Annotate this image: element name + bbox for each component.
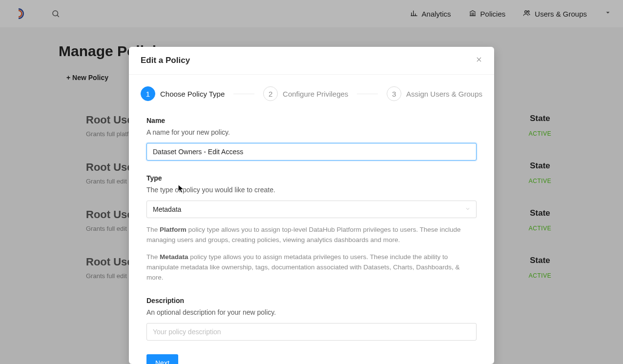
type-section: Type The type of policy you would like t… (141, 174, 482, 283)
step-number: 3 (387, 86, 401, 101)
platform-type-note: The Platform policy type allows you to a… (146, 225, 477, 245)
close-icon[interactable] (476, 56, 482, 65)
policy-type-selected: Metadata (153, 205, 181, 213)
wizard-steps: 1 Choose Policy Type 2 Configure Privile… (141, 86, 482, 101)
description-section: Description An optional description for … (141, 297, 482, 341)
type-label: Type (146, 174, 477, 182)
step-choose-type[interactable]: 1 Choose Policy Type (141, 86, 225, 101)
name-section: Name A name for your new policy. (141, 117, 482, 161)
description-label: Description (146, 297, 477, 304)
modal-body: 1 Choose Policy Type 2 Configure Privile… (129, 75, 494, 364)
step-configure-privileges[interactable]: 2 Configure Privileges (263, 86, 348, 101)
step-number: 2 (263, 86, 278, 101)
name-label: Name (146, 117, 477, 124)
step-label: Choose Policy Type (160, 90, 225, 98)
next-button[interactable]: Next (146, 354, 178, 364)
step-assign-users[interactable]: 3 Assign Users & Groups (387, 86, 482, 101)
modal-title: Edit a Policy (141, 56, 190, 65)
step-connector (357, 94, 378, 94)
step-connector (233, 94, 254, 94)
step-label: Configure Privileges (283, 90, 348, 98)
name-help: A name for your new policy. (146, 128, 477, 136)
metadata-type-note: The Metadata policy type allows you to a… (146, 252, 477, 283)
policy-name-input[interactable] (146, 143, 477, 161)
step-label: Assign Users & Groups (406, 90, 482, 98)
description-help: An optional description for your new pol… (146, 308, 477, 316)
policy-type-select[interactable]: Metadata (146, 201, 477, 218)
step-number: 1 (141, 86, 155, 101)
type-help: The type of policy you would like to cre… (146, 186, 477, 194)
modal-header: Edit a Policy (129, 47, 494, 75)
modal-overlay[interactable]: Edit a Policy 1 Choose Policy Type 2 Con… (0, 0, 623, 364)
policy-description-input[interactable] (146, 323, 477, 341)
edit-policy-modal: Edit a Policy 1 Choose Policy Type 2 Con… (129, 47, 494, 364)
